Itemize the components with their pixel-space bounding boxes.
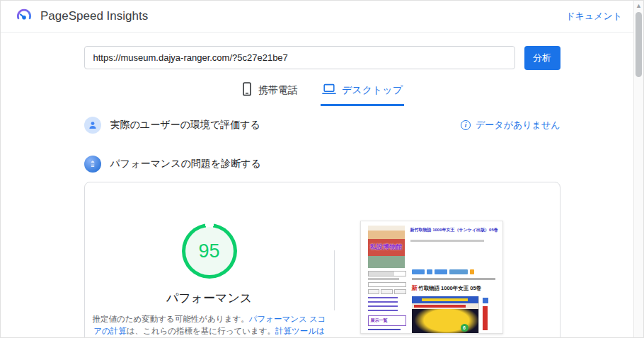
thumb-mascot-image: 私設博物館 (368, 226, 405, 268)
thumb-share-buttons (412, 269, 498, 274)
section-lab-data: パフォーマンスの問題を診断する (84, 153, 560, 175)
url-input[interactable] (84, 46, 515, 69)
thumb-new-badge: 新 (412, 284, 418, 293)
documentation-link[interactable]: ドキュメント (565, 10, 622, 23)
thumb-page-title: 新竹取物語 1000年女王（サンケイ出版）05巻 (410, 227, 500, 233)
thumb-tag-bar (412, 278, 495, 280)
tab-mobile-label: 携帯電話 (258, 84, 298, 97)
page-screenshot-thumbnail: 私設博物館 新竹取物語 1000年女王（サンケイ出版）05巻 展示一覧 (360, 221, 503, 334)
app-title: PageSpeed Insights (40, 9, 148, 23)
section-field-data: 実際のユーザーの環境で評価する i データがありません (84, 114, 560, 136)
score-description: 推定値のため変動する可能性があります。パフォーマンス スコアの計算は、これらの指… (92, 313, 327, 338)
desc-text-2: は、これらの指標を基に行っています。 (127, 327, 275, 335)
info-icon: i (461, 120, 471, 130)
tab-mobile[interactable]: 携帯電話 (240, 79, 299, 106)
thumb-article-heading: 新 竹取物語 1000年女王 05巻 (412, 284, 498, 293)
thumb-cover-top-band (412, 296, 478, 303)
thumb-cover-spine (478, 296, 491, 334)
thumb-sidebar: 展示一覧 (368, 271, 406, 334)
pagespeed-insights-app: PageSpeed Insights ドキュメント ▲ 分析 携帯電話 (0, 0, 644, 338)
performance-score: 95 (198, 240, 219, 262)
device-tabs: 携帯電話 デスクトップ (84, 79, 560, 106)
vertical-divider (334, 250, 335, 310)
thumb-comic-cover-image: 6 (412, 296, 491, 334)
section-lab-title: パフォーマンスの問題を診断する (110, 158, 261, 170)
thumb-link-list-2 (368, 329, 401, 334)
thumb-text-bar (368, 278, 399, 280)
brand: PageSpeed Insights (15, 6, 148, 27)
scrollbar-up-arrow-icon[interactable]: ▲ (634, 1, 643, 9)
thumb-button-row (368, 289, 406, 294)
scrollbar-thumb[interactable] (636, 12, 642, 77)
url-analyze-row: 分析 (84, 46, 560, 70)
thumb-main-content: 新 竹取物語 1000年女王 05巻 6 (412, 269, 498, 334)
thumb-cover-title-band (412, 303, 478, 309)
thumb-breadcrumb-bar (410, 240, 484, 242)
tab-desktop-label: デスクトップ (342, 84, 403, 97)
main-content: 分析 携帯電話 デスクトップ (84, 46, 560, 338)
thumb-exhibit-box: 展示一覧 (368, 315, 406, 326)
performance-label: パフォーマンス (166, 290, 252, 306)
thumb-cover-art: 6 (412, 296, 478, 334)
performance-gauge: 95 (182, 223, 237, 279)
no-data-status[interactable]: i データがありません (461, 119, 560, 132)
thumb-select-box (368, 271, 406, 276)
performance-gauge-inner: 95 (185, 227, 234, 275)
real-users-icon (84, 117, 101, 134)
thumb-site-title: 私設博物館 (370, 243, 402, 252)
thumb-cover-volume-badge: 6 (461, 324, 468, 332)
pagespeed-logo-icon (15, 6, 33, 27)
thumb-heading-text: 竹取物語 1000年女王 05巻 (418, 285, 481, 292)
mobile-phone-icon (241, 82, 253, 98)
performance-report-card: 95 パフォーマンス 推定値のため変動する可能性があります。パフォーマンス スコ… (84, 182, 560, 338)
page-scrollbar[interactable]: ▲ (633, 1, 643, 338)
app-header: PageSpeed Insights ドキュメント (1, 1, 643, 33)
desc-text-1: 推定値のため変動する可能性があります。 (92, 315, 248, 323)
score-column: 95 パフォーマンス 推定値のため変動する可能性があります。パフォーマンス スコ… (85, 182, 334, 338)
desktop-icon (322, 83, 336, 98)
analyze-button[interactable]: 分析 (524, 46, 560, 70)
thumb-cover-character (412, 309, 478, 334)
diagnose-performance-icon (84, 156, 101, 173)
thumb-search-box (368, 282, 406, 287)
no-data-label: データがありません (476, 119, 560, 132)
section-field-title: 実際のユーザーの環境で評価する (110, 119, 260, 132)
tab-desktop[interactable]: デスクトップ (321, 79, 404, 106)
thumb-link-list (368, 297, 398, 313)
